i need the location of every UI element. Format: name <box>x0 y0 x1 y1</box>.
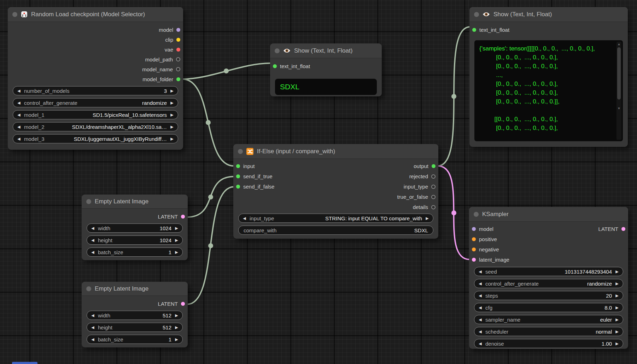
decrement-arrow-icon[interactable] <box>90 326 95 329</box>
output-slot-model[interactable] <box>176 28 180 32</box>
output-slot-input-type[interactable] <box>431 185 436 189</box>
decrement-arrow-icon[interactable] <box>478 306 483 310</box>
decrement-arrow-icon[interactable] <box>17 137 21 141</box>
input-slot-positive[interactable] <box>472 237 476 241</box>
increment-arrow-icon[interactable] <box>174 226 179 230</box>
collapse-dot[interactable] <box>474 212 479 217</box>
node-header[interactable]: Empty Latent Image <box>82 195 188 209</box>
increment-arrow-icon[interactable] <box>174 250 179 254</box>
node-if-else[interactable]: If-Else (input / compare_with) input out… <box>233 144 438 239</box>
input-slot-model[interactable] <box>472 227 476 231</box>
input-slot-send-if-false[interactable] <box>236 185 240 189</box>
link-midpoint-dot[interactable] <box>206 120 211 125</box>
link-midpoint-dot[interactable] <box>208 243 213 248</box>
decrement-arrow-icon[interactable] <box>90 314 95 317</box>
offscreen-node-edge[interactable] <box>12 362 37 364</box>
decrement-arrow-icon[interactable] <box>17 101 21 105</box>
link-midpoint-dot[interactable] <box>224 68 229 73</box>
increment-arrow-icon[interactable] <box>174 326 179 329</box>
widget-width[interactable]: width 1024 <box>87 223 183 233</box>
widget-cfg[interactable]: cfg 8.0 <box>474 303 623 312</box>
decrement-arrow-icon[interactable] <box>90 238 95 242</box>
widget-number-of-models[interactable]: number_of_models 3 <box>13 86 178 95</box>
scrollbar-thumb[interactable] <box>617 47 621 100</box>
increment-arrow-icon[interactable] <box>615 306 619 310</box>
decrement-arrow-icon[interactable] <box>478 330 483 334</box>
node-empty-latent-image-1024[interactable]: Empty Latent Image LATENT width 1024 hei… <box>82 195 188 260</box>
collapse-dot[interactable] <box>275 48 280 53</box>
widget-input-type[interactable]: input_type STRING: input EQUAL TO compar… <box>238 214 433 223</box>
node-show-tensor[interactable]: Show (Text, Int, Float) text_int_float {… <box>469 7 628 147</box>
link-midpoint-dot[interactable] <box>451 210 456 215</box>
widget-seed[interactable]: seed 1013137448293404 <box>474 267 623 276</box>
output-slot-vae[interactable] <box>176 48 180 52</box>
decrement-arrow-icon[interactable] <box>478 270 483 274</box>
scrollbar[interactable] <box>616 42 621 140</box>
widget-batch-size[interactable]: batch_size 1 <box>87 335 183 344</box>
output-slot-latent[interactable] <box>181 215 185 219</box>
increment-arrow-icon[interactable] <box>615 330 619 334</box>
output-slot-latent[interactable] <box>181 302 185 306</box>
decrement-arrow-icon[interactable] <box>90 338 95 341</box>
decrement-arrow-icon[interactable] <box>478 318 483 322</box>
decrement-arrow-icon[interactable] <box>242 216 247 220</box>
node-ksampler[interactable]: KSampler model LATENT positive negative … <box>469 207 628 349</box>
output-slot-latent[interactable] <box>621 227 625 231</box>
widget-steps[interactable]: steps 20 <box>474 291 623 300</box>
increment-arrow-icon[interactable] <box>174 338 179 341</box>
widget-height[interactable]: height 512 <box>87 323 183 332</box>
widget-height[interactable]: height 1024 <box>87 235 183 245</box>
widget-model-3[interactable]: model_3 SDXL/juggernautXL_juggXIByRundif… <box>13 134 178 143</box>
collapse-dot[interactable] <box>238 149 243 154</box>
increment-arrow-icon[interactable] <box>170 125 174 129</box>
increment-arrow-icon[interactable] <box>615 318 619 322</box>
input-slot-text-int-float[interactable] <box>472 28 476 32</box>
output-slot-details[interactable] <box>431 205 436 209</box>
widget-model-2[interactable]: model_2 SDXL/dreamshaperXL_alpha2Xl10.sa… <box>13 122 178 131</box>
input-slot-latent-image[interactable] <box>472 258 476 262</box>
increment-arrow-icon[interactable] <box>170 89 174 93</box>
input-slot-send-if-true[interactable] <box>236 174 240 178</box>
widget-denoise[interactable]: denoise 1.00 <box>474 339 623 348</box>
increment-arrow-icon[interactable] <box>174 238 179 242</box>
node-header[interactable]: Show (Text, Int, Float) <box>270 43 382 58</box>
increment-arrow-icon[interactable] <box>425 216 429 220</box>
decrement-arrow-icon[interactable] <box>90 250 95 254</box>
node-random-load-checkpoint[interactable]: Random Load checkpoint (Model Selector) … <box>8 7 183 150</box>
increment-arrow-icon[interactable] <box>615 294 619 298</box>
output-slot-clip[interactable] <box>176 38 180 42</box>
decrement-arrow-icon[interactable] <box>90 226 95 230</box>
collapse-dot[interactable] <box>12 12 17 17</box>
output-slot-model-name[interactable] <box>176 67 180 71</box>
widget-sampler-name[interactable]: sampler_name euler <box>474 315 623 324</box>
input-slot-input[interactable] <box>236 164 240 168</box>
increment-arrow-icon[interactable] <box>615 282 619 286</box>
collapse-dot[interactable] <box>474 12 479 17</box>
decrement-arrow-icon[interactable] <box>17 113 21 117</box>
collapse-dot[interactable] <box>86 286 91 291</box>
decrement-arrow-icon[interactable] <box>478 342 483 346</box>
output-slot-rejected[interactable] <box>431 174 436 179</box>
increment-arrow-icon[interactable] <box>170 101 174 105</box>
output-slot-true-or-false[interactable] <box>431 195 436 199</box>
node-header[interactable]: Random Load checkpoint (Model Selector) <box>8 7 183 22</box>
node-header[interactable]: Show (Text, Int, Float) <box>469 7 628 22</box>
increment-arrow-icon[interactable] <box>170 137 174 141</box>
node-show-inline[interactable]: Show (Text, Int, Float) text_int_float S… <box>270 43 382 96</box>
scroll-down-icon[interactable] <box>616 106 621 111</box>
widget-width[interactable]: width 512 <box>87 311 183 320</box>
node-header[interactable]: KSampler <box>469 207 628 222</box>
widget-model-1[interactable]: model_1 SD1.5/picxReal_10.safetensors <box>13 110 178 119</box>
widget-control-after-generate[interactable]: control_after_generate randomize <box>474 279 623 288</box>
decrement-arrow-icon[interactable] <box>478 282 483 286</box>
widget-batch-size[interactable]: batch_size 1 <box>87 247 183 257</box>
link-midpoint-dot[interactable] <box>451 94 456 99</box>
widget-compare-with[interactable]: compare_with SDXL <box>238 226 433 235</box>
input-slot-text-int-float[interactable] <box>273 64 277 68</box>
decrement-arrow-icon[interactable] <box>17 89 21 93</box>
link-midpoint-dot[interactable] <box>208 195 213 199</box>
output-slot-output[interactable] <box>432 164 436 168</box>
node-empty-latent-image-512[interactable]: Empty Latent Image LATENT width 512 heig… <box>82 282 188 347</box>
output-slot-model-folder[interactable] <box>176 77 180 81</box>
decrement-arrow-icon[interactable] <box>478 294 483 298</box>
